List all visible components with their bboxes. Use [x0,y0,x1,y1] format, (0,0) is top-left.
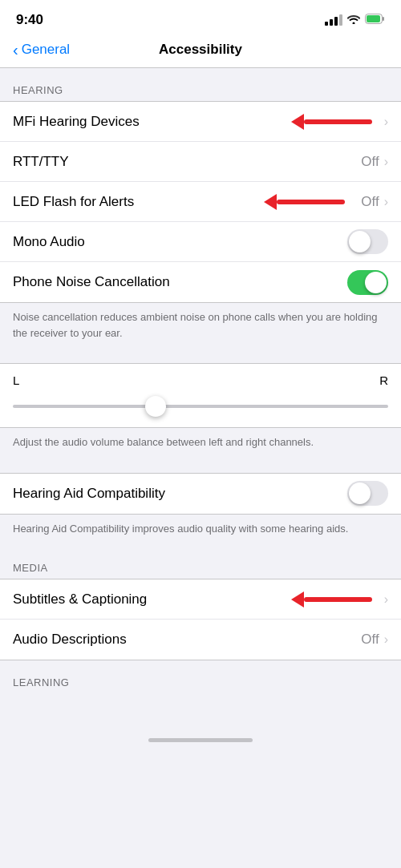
hearing-settings-group: MFi Hearing Devices › RTT/TTY Off › LED … [0,101,401,303]
home-indicator-area [0,730,401,750]
wifi-icon [347,13,360,27]
toggle-knob [365,272,387,293]
mono-audio-toggle[interactable] [347,229,388,254]
rtt-tty-value: Off [361,154,379,170]
phone-noise-label: Phone Noise Cancellation [13,274,347,290]
phone-noise-row[interactable]: Phone Noise Cancellation [0,262,401,302]
slider-track [13,405,388,408]
arrow-line [304,597,372,602]
back-button[interactable]: ‹ General [13,42,70,58]
mfi-hearing-devices-row[interactable]: MFi Hearing Devices › [0,102,401,142]
audio-balance-slider[interactable] [13,395,388,418]
arrow-head-icon [291,114,304,130]
red-arrow-subtitles [291,591,372,608]
phone-noise-toggle[interactable] [347,270,388,295]
arrow-line [277,200,345,204]
toggle-knob [349,482,371,504]
status-time: 9:40 [16,12,43,28]
chevron-right-icon: › [384,195,388,209]
audio-descriptions-right: Off › [361,632,388,648]
audio-balance-section: L R [0,363,401,428]
subtitles-row[interactable]: Subtitles & Captioning › [0,579,401,620]
media-settings-group: Subtitles & Captioning › Audio Descripti… [0,579,401,660]
battery-icon [365,13,385,27]
svg-rect-2 [383,17,384,21]
rtt-tty-row[interactable]: RTT/TTY Off › [0,142,401,182]
back-chevron-icon: ‹ [13,42,18,58]
bottom-spacer [0,698,401,730]
subtitles-right: › [384,592,388,607]
arrow-line [304,119,372,124]
audio-descriptions-label: Audio Descriptions [13,632,361,648]
hearing-aid-toggle[interactable] [347,481,388,506]
signal-icon [325,14,342,26]
spacer-2 [0,460,401,473]
hearing-aid-row[interactable]: Hearing Aid Compatibility [0,474,401,514]
led-flash-right: Off › [361,194,388,210]
rtt-tty-label: RTT/TTY [13,154,361,170]
balance-description: Adjust the audio volume balance between … [0,428,401,460]
chevron-right-icon: › [384,592,388,607]
balance-labels: L R [13,373,388,387]
chevron-right-icon: › [384,155,388,169]
hearing-aid-group: Hearing Aid Compatibility [0,473,401,515]
section-header-hearing: HEARING [0,68,401,101]
chevron-right-icon: › [384,632,388,647]
section-header-media: MEDIA [0,546,401,579]
section-header-learning: LEARNING [0,660,401,698]
red-arrow-led [264,194,345,210]
balance-right-label: R [379,373,388,387]
home-indicator [148,738,253,742]
hearing-aid-label: Hearing Aid Compatibility [13,486,347,502]
led-flash-value: Off [361,194,379,210]
mono-audio-label: Mono Audio [13,234,347,250]
rtt-tty-right: Off › [361,154,388,170]
svg-rect-1 [367,15,380,22]
led-flash-row[interactable]: LED Flash for Alerts Off › [0,182,401,222]
back-label: General [22,42,70,58]
balance-left-label: L [13,373,19,387]
nav-bar: ‹ General Accessibility [0,35,401,68]
chevron-right-icon: › [384,115,388,129]
audio-descriptions-row[interactable]: Audio Descriptions Off › [0,620,401,660]
page-title: Accessibility [159,42,242,58]
mono-audio-row[interactable]: Mono Audio [0,222,401,262]
status-bar: 9:40 [0,0,401,35]
spacer-1 [0,350,401,363]
audio-descriptions-value: Off [361,632,379,648]
mfi-row-right: › [384,115,388,129]
hearing-aid-description: Hearing Aid Compatibility improves audio… [0,515,401,547]
arrow-head-icon [291,591,304,608]
noise-description: Noise cancellation reduces ambient noise… [0,303,401,350]
red-arrow-mfi [291,114,372,130]
slider-knob[interactable] [145,396,166,417]
toggle-knob [349,231,371,252]
status-icons [325,13,385,27]
arrow-head-icon [264,194,277,210]
